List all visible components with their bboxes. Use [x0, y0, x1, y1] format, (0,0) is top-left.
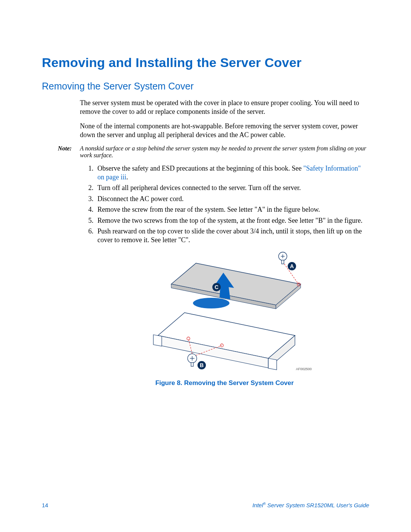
- note-label: Note:: [58, 145, 80, 159]
- step-1-pre: Observe the safety and ESD precautions a…: [97, 165, 303, 172]
- page-title: Removing and Installing the Server Cover: [42, 55, 369, 70]
- step-1: Observe the safety and ESD precautions a…: [95, 164, 369, 181]
- intro-paragraph-2: None of the internal components are hot-…: [80, 122, 369, 139]
- callout-a-label: A: [290, 263, 294, 269]
- page-number: 14: [42, 502, 48, 508]
- step-3: Disconnect the AC power cord.: [95, 195, 369, 203]
- step-1-post: .: [126, 173, 128, 181]
- section-heading: Removing the Server System Cover: [42, 81, 369, 92]
- figure-code: AF002500: [296, 367, 312, 371]
- footer-title: Intel® Server System SR1520ML User's Gui…: [252, 502, 369, 508]
- figure-caption: Figure 8. Removing the Server System Cov…: [80, 379, 369, 387]
- svg-rect-21: [191, 363, 193, 366]
- step-6: Push rearward on the top cover to slide …: [95, 227, 369, 244]
- step-2: Turn off all peripheral devices connecte…: [95, 184, 369, 192]
- step-4: Remove the screw from the rear of the sy…: [95, 205, 369, 214]
- svg-rect-15: [282, 260, 284, 264]
- callout-c-label: C: [215, 284, 218, 290]
- svg-marker-6: [153, 335, 162, 346]
- note-text: A nonskid surface or a stop behind the s…: [80, 145, 369, 159]
- svg-point-11: [193, 298, 229, 308]
- step-list: Observe the safety and ESD precautions a…: [80, 164, 369, 244]
- callout-b-label: B: [200, 362, 204, 368]
- step-5: Remove the two screws from the top of th…: [95, 216, 369, 225]
- figure-diagram: A B C AF002500: [135, 248, 314, 374]
- intro-paragraph-1: The server system must be operated with …: [80, 99, 369, 116]
- svg-marker-7: [268, 358, 277, 370]
